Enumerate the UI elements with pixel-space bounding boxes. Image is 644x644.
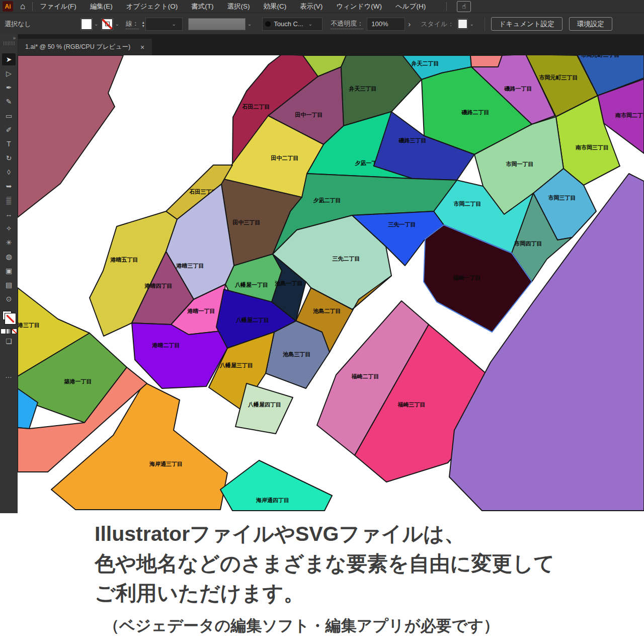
document-setup-button[interactable]: ドキュメント設定 [491, 17, 562, 31]
document-tab[interactable]: 1.ai* @ 50 % (RGB/CPU プレビュー) × [18, 39, 152, 55]
menu-item-object[interactable]: オブジェクト(O) [126, 2, 178, 11]
curvature-tool-icon[interactable]: ✎ [2, 96, 16, 108]
eyedropper-tool-icon[interactable]: ✧ [2, 222, 16, 234]
opacity-label[interactable]: 不透明度： [331, 19, 363, 29]
document-tab-bar: 1.ai* @ 50 % (RGB/CPU プレビュー) × [18, 34, 644, 55]
district-label-minami-ichioka-3: 南市岡三丁目 [575, 144, 609, 150]
shape-builder-tool-icon[interactable]: ◍ [2, 251, 16, 263]
opacity-chevron-icon[interactable]: › [408, 20, 411, 28]
separator [485, 17, 485, 31]
stroke-color-swatch[interactable] [102, 19, 113, 30]
rotate-tool-icon[interactable]: ↻ [2, 152, 16, 164]
stroke-width-stepper[interactable]: ▴▾ [142, 21, 144, 28]
graph-tool-icon[interactable]: ▤ [2, 279, 16, 291]
opacity-field[interactable]: 100% [367, 18, 405, 31]
eraser-tool-icon[interactable]: ◊ [2, 166, 16, 178]
district-salmon-north[interactable] [470, 55, 502, 67]
district-label-ikejima-3: 池島三丁目 [283, 351, 311, 357]
menu-bar: Ai ⌂ ファイル(F)編集(E)オブジェクト(O)書式(T)選択(S)効果(C… [0, 0, 644, 13]
gradient-button[interactable] [6, 329, 12, 334]
district-label-kaigandori-4: 海岸通四丁目 [256, 497, 289, 503]
menu-item-view[interactable]: 表示(V) [300, 2, 323, 11]
district-label-minami-ichioka-2: 南市岡二丁目 [615, 112, 644, 118]
menu-item-type[interactable]: 書式(T) [191, 2, 213, 11]
direct-selection-tool-icon[interactable]: ▷ [2, 67, 16, 79]
menu-separator [446, 2, 447, 11]
menu-item-help[interactable]: ヘルプ(H) [395, 2, 426, 11]
menu-item-select[interactable]: 選択(S) [227, 2, 250, 11]
menu-item-window[interactable]: ウィンドウ(W) [336, 2, 382, 11]
artboard-tool-icon[interactable]: ▣ [2, 265, 16, 277]
artboard-canvas[interactable]: 石田二丁目田中一丁目弁天三丁目弁天二丁目磯路一丁目市岡元町三丁目市岡元町二丁目南… [18, 55, 644, 513]
none-button[interactable] [12, 329, 17, 334]
caption-line-4: （ベジェデータの編集ソフト・編集アプリが必要です） [104, 614, 623, 637]
chevron-down-icon[interactable]: ⌄ [469, 21, 473, 27]
district-label-yahataya-4: 八幡屋四丁目 [248, 401, 281, 408]
tools-panel: » ➤▷✒✎▭✐T↻◊➥▒↔✧✳◍▣▤⊙ ❏ … [0, 34, 18, 513]
district-label-kosei-2: 港晴二丁目 [152, 342, 180, 348]
menu-item-effect[interactable]: 効果(C) [263, 2, 286, 11]
stroke-width-select[interactable]: ⌄ [145, 18, 183, 31]
illustrator-window: Ai ⌂ ファイル(F)編集(E)オブジェクト(O)書式(T)選択(S)効果(C… [0, 0, 644, 644]
district-label-kaigandori-3: 海岸通三丁目 [149, 461, 183, 467]
district-label-kosei-1: 港晴一丁目 [187, 308, 215, 314]
caption-line-1: IllustratorファイルやSVGファイルは、 [95, 519, 623, 549]
draw-mode-button[interactable]: ❏ [2, 335, 16, 347]
paintbrush-tool-icon[interactable]: ✐ [2, 124, 16, 136]
style-swatch[interactable] [458, 19, 467, 29]
district-label-chikko-1: 築港一丁目 [64, 378, 92, 384]
preferences-button[interactable]: 環境設定 [569, 17, 612, 31]
panel-grip[interactable] [4, 41, 15, 45]
district-label-kosei-4: 港晴四丁目 [144, 283, 173, 289]
district-label-yunagi-2: 夕凪二丁目 [313, 197, 341, 203]
district-label-tanaka-1: 田中一丁目 [295, 112, 323, 118]
home-icon[interactable]: ⌂ [20, 2, 25, 12]
district-label-fukuzaki-3: 福崎三丁目 [397, 401, 426, 408]
district-label-isoji-2: 磯路二丁目 [461, 109, 490, 115]
selection-tool-icon[interactable]: ➤ [2, 53, 16, 65]
district-label-benten-3: 弁天三丁目 [349, 86, 377, 92]
district-label-misaki-1: 三先一丁目 [388, 221, 416, 227]
control-bar: 選択なし ⌄ ⌄ 線： ▴▾ ⌄ ⌄ Touch C... ⌄ 不透明度： 10… [0, 13, 644, 35]
fill-color-swatch[interactable] [81, 19, 92, 30]
district-label-ichioka-3: 市岡三丁目 [548, 195, 576, 201]
chevron-down-icon[interactable]: ⌄ [115, 21, 119, 27]
fill-stroke-indicator[interactable] [3, 311, 16, 324]
style-label: スタイル： [421, 20, 454, 29]
district-label-ichioka-motomachi-2: 市岡元町二丁目 [581, 55, 620, 58]
more-tools-button[interactable]: … [2, 369, 16, 381]
stroke-label[interactable]: 線： [126, 19, 139, 29]
menu-items: ファイル(F)編集(E)オブジェクト(O)書式(T)選択(S)効果(C)表示(V… [40, 2, 439, 11]
collapse-panel-icon[interactable]: » [0, 34, 18, 41]
district-label-yahataya-1: 八幡屋一丁目 [234, 282, 268, 288]
app-logo-icon[interactable]: Ai [3, 1, 13, 12]
pen-tool-icon[interactable]: ✒ [2, 82, 16, 94]
touch-workspace-icon[interactable]: ☝ [457, 1, 471, 12]
district-label-kosei-3: 港晴三丁目 [176, 263, 204, 269]
gradient-tool-icon[interactable]: ▒ [2, 194, 16, 206]
menu-item-edit[interactable]: 編集(E) [90, 2, 113, 11]
close-tab-icon[interactable]: × [140, 43, 144, 51]
district-label-ikejima-1: 池島一丁目 [275, 280, 303, 286]
width-tool-icon[interactable]: ↔ [2, 208, 16, 220]
rectangle-tool-icon[interactable]: ▭ [2, 110, 16, 122]
district-label-ichioka-motomachi-3: 市岡元町三丁目 [539, 74, 578, 80]
district-label-chikko-3: 港三丁目 [18, 322, 40, 328]
chevron-down-icon[interactable]: ⌄ [94, 21, 98, 27]
group-selection-tool-icon[interactable]: ➥ [2, 180, 16, 192]
zoom-tool-icon[interactable]: ⊙ [2, 293, 16, 305]
selection-status: 選択なし [0, 20, 81, 29]
color-button[interactable] [1, 329, 6, 334]
menu-item-file[interactable]: ファイル(F) [40, 2, 76, 11]
brush-definition-select[interactable]: Touch C... ⌄ [262, 18, 323, 31]
district-label-ikejima-2: 池島二丁目 [313, 308, 341, 314]
district-label-benten-2: 弁天二丁目 [411, 60, 439, 66]
stroke-none-swatch[interactable] [5, 313, 16, 324]
district-label-ishida-2: 石田二丁目 [242, 104, 270, 110]
width-profile-select[interactable] [188, 18, 246, 30]
type-tool-icon[interactable]: T [2, 138, 16, 150]
district-label-yahataya-2: 八幡屋二丁目 [235, 317, 269, 323]
district-label-tanaka-2: 田中二丁目 [271, 155, 299, 161]
district-label-fukuzaki-1: 福崎一丁目 [453, 275, 481, 281]
puppet-warp-tool-icon[interactable]: ✳ [2, 236, 16, 249]
